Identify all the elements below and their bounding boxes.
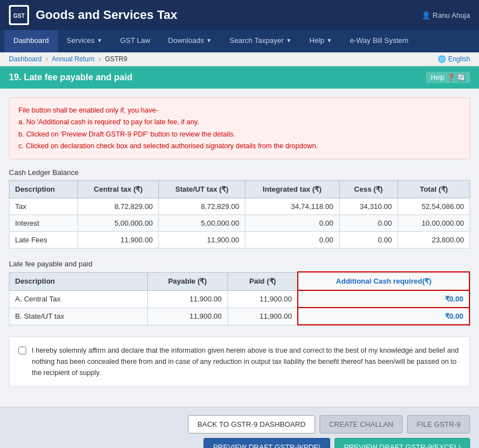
cell-total: 10,00,000.00 — [398, 215, 470, 232]
breadcrumb-dashboard[interactable]: Dashboard — [9, 55, 42, 63]
lf-col-additional: Additional Cash required(₹) — [298, 272, 470, 290]
preview-pdf-button[interactable]: PREVIEW DRAFT GSTR-9(PDF) — [204, 438, 330, 448]
declaration-area: I hereby solemnly affirm and declare tha… — [9, 337, 470, 387]
cell-integrated: 0.00 — [245, 215, 340, 232]
cell-payable: 11,900.00 — [147, 308, 228, 325]
table-row: Interest 5,00,000.00 5,00,000.00 0.00 0.… — [9, 215, 470, 232]
alert-heading: File button shall be enabled only if, yo… — [18, 105, 461, 116]
late-fee-title: Late fee payable and paid — [9, 260, 470, 268]
footer-row-2: PREVIEW DRAFT GSTR-9(PDF) PREVIEW DRAFT … — [9, 438, 470, 448]
alert-line-a: a. No 'Additional cash is required' to p… — [18, 116, 461, 128]
header-title: Goods and Services Tax — [36, 8, 422, 22]
help-arrow-icon: ▼ — [327, 37, 332, 43]
table-row: Tax 8,72,829.00 8,72,829.00 34,74,118.00… — [9, 198, 470, 215]
cell-paid: 11,900.00 — [228, 290, 298, 308]
preview-excel-button[interactable]: PREVIEW DRAFT GSTR-9(EXCEL) — [335, 438, 470, 448]
create-challan-button: CREATE CHALLAN — [320, 415, 403, 434]
nav-search-taxpayer[interactable]: Search Taxpayer ▼ — [221, 30, 301, 52]
cell-cess: 0.00 — [339, 215, 398, 232]
cell-desc: Late Fees — [9, 232, 78, 249]
help-label: Help — [430, 74, 444, 81]
col-cess: Cess (₹) — [339, 181, 398, 198]
col-integrated-tax: Integrated tax (₹) — [245, 181, 340, 198]
alert-line-c: c. Clicked on declaration check box and … — [18, 140, 461, 152]
page-title: 19. Late fee payable and paid — [9, 72, 132, 82]
page-title-bar: 19. Late fee payable and paid Help ❓ 🔄 — [0, 66, 479, 89]
cell-paid: 11,900.00 — [228, 308, 298, 325]
back-to-dashboard-button[interactable]: BACK TO GSTR-9 DASHBOARD — [188, 415, 315, 434]
cell-additional: ₹0.00 — [298, 290, 470, 308]
cell-desc: Tax — [9, 198, 78, 215]
cell-integrated: 34,74,118.00 — [245, 198, 340, 215]
breadcrumb-current: GSTR9 — [105, 55, 127, 63]
cell-central: 8,72,829.00 — [78, 198, 159, 215]
table-row: A. Central Tax 11,900.00 11,900.00 ₹0.00 — [9, 290, 470, 308]
cell-central: 5,00,000.00 — [78, 215, 159, 232]
language-selector[interactable]: English — [438, 55, 470, 63]
table-row: Late Fees 11,900.00 11,900.00 0.00 0.00 … — [9, 232, 470, 249]
search-taxpayer-arrow-icon: ▼ — [286, 37, 292, 43]
cell-desc: B. State/UT tax — [9, 308, 148, 325]
col-description: Description — [9, 181, 78, 198]
nav-help[interactable]: Help ▼ — [301, 30, 341, 52]
alert-line-b: b. Clicked on 'Preview Draft GSTR-9 PDF'… — [18, 129, 461, 140]
nav-downloads[interactable]: Downloads ▼ — [159, 30, 220, 52]
cell-additional: ₹0.00 — [298, 308, 470, 325]
cell-state: 5,00,000.00 — [158, 215, 245, 232]
cell-central: 11,900.00 — [78, 232, 159, 249]
cell-cess: 34,310.00 — [339, 198, 398, 215]
header-user: Ranu Ahuja — [422, 11, 470, 20]
declaration-checkbox[interactable] — [18, 347, 26, 354]
cash-ledger-table: Description Central tax (₹) State/UT tax… — [9, 180, 470, 249]
lf-col-paid: Paid (₹) — [228, 272, 298, 290]
footer: BACK TO GSTR-9 DASHBOARD CREATE CHALLAN … — [0, 407, 479, 448]
col-total: Total (₹) — [398, 181, 470, 198]
alert-box: File button shall be enabled only if, yo… — [9, 98, 470, 159]
col-state-tax: State/UT tax (₹) — [158, 181, 245, 198]
late-fee-table: Description Payable (₹) Paid (₹) Additio… — [9, 271, 470, 325]
file-gstr9-button: FILE GSTR-9 — [407, 415, 470, 434]
declaration-text: I hereby solemnly affirm and declare tha… — [32, 345, 461, 378]
cell-payable: 11,900.00 — [147, 290, 228, 308]
cell-total: 52,54,086.00 — [398, 198, 470, 215]
nav-gst-law[interactable]: GST Law — [111, 30, 159, 52]
help-refresh-icon: 🔄 — [457, 74, 466, 81]
nav-dashboard[interactable]: Dashboard — [4, 30, 58, 52]
navbar: Dashboard Services ▼ GST Law Downloads ▼… — [0, 30, 479, 52]
breadcrumb-bar: Dashboard › Annual Return › GSTR9 Englis… — [0, 52, 479, 66]
svg-text:GST: GST — [13, 13, 25, 19]
downloads-arrow-icon: ▼ — [206, 37, 212, 43]
table-row: B. State/UT tax 11,900.00 11,900.00 ₹0.0… — [9, 308, 470, 325]
cell-state: 8,72,829.00 — [158, 198, 245, 215]
cell-desc: Interest — [9, 215, 78, 232]
header-logo: GST — [9, 5, 29, 25]
cash-ledger-title: Cash Ledger Balance — [9, 168, 470, 177]
footer-row-1: BACK TO GSTR-9 DASHBOARD CREATE CHALLAN … — [9, 415, 470, 434]
cell-total: 23,800.00 — [398, 232, 470, 249]
col-central-tax: Central tax (₹) — [78, 181, 159, 198]
services-arrow-icon: ▼ — [96, 37, 102, 43]
header: GST Goods and Services Tax Ranu Ahuja — [0, 0, 479, 30]
help-button[interactable]: Help ❓ 🔄 — [426, 72, 470, 83]
cell-state: 11,900.00 — [158, 232, 245, 249]
content-area: File button shall be enabled only if, yo… — [0, 89, 479, 407]
lf-col-description: Description — [9, 272, 148, 290]
breadcrumb-annual-return[interactable]: Annual Return — [52, 55, 95, 63]
cell-integrated: 0.00 — [245, 232, 340, 249]
breadcrumb: Dashboard › Annual Return › GSTR9 — [9, 55, 127, 63]
nav-services[interactable]: Services ▼ — [58, 30, 112, 52]
lf-col-payable: Payable (₹) — [147, 272, 228, 290]
cell-cess: 0.00 — [339, 232, 398, 249]
nav-eway[interactable]: e-Way Bill System — [341, 30, 417, 52]
cell-desc: A. Central Tax — [9, 290, 148, 308]
help-question-icon: ❓ — [447, 74, 455, 81]
